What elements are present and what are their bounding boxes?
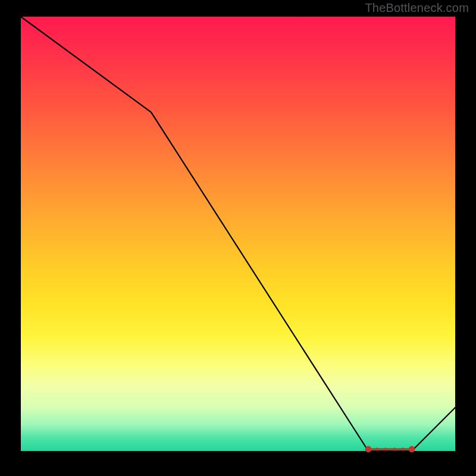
chart-svg: [21, 17, 455, 451]
chart-marker-tick: [393, 448, 396, 450]
chart-marker-tick: [384, 448, 387, 450]
attribution-label: TheBottleneck.com: [365, 1, 469, 15]
chart-line: [21, 17, 455, 451]
chart-marker-start: [365, 446, 371, 452]
chart-frame: TheBottleneck.com: [0, 0, 476, 476]
chart-plot-area: [21, 17, 455, 451]
chart-marker-end: [409, 446, 415, 452]
chart-marker-tick: [402, 448, 404, 450]
chart-marker-tick: [375, 448, 378, 450]
